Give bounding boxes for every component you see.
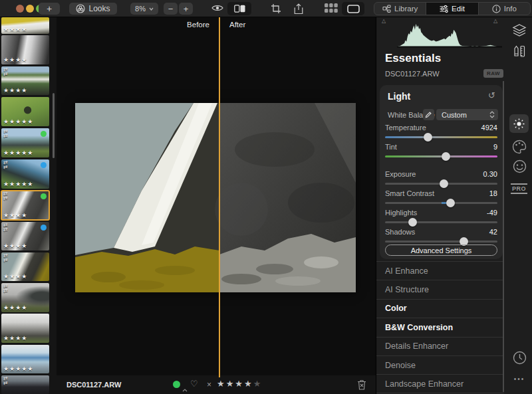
reject-flag-icon[interactable]: ×	[207, 380, 211, 389]
slider-track[interactable]	[385, 202, 497, 204]
tab-edit[interactable]: Edit	[426, 3, 478, 15]
slider-track[interactable]	[385, 183, 497, 185]
photo-compare-view	[75, 103, 356, 292]
white-balance-select[interactable]: Custom	[436, 109, 498, 120]
filmstrip-thumbnail[interactable]: ⇄ ⇄★★★★	[1, 222, 49, 250]
filmstrip-thumbnail[interactable]: ★★★★	[1, 17, 49, 34]
filmstrip-thumbnail[interactable]: ⇄ ⇄★★★★	[1, 66, 49, 95]
slider-exposure: Exposure0.30	[385, 170, 497, 185]
filmstrip-thumbnail[interactable]: ⇄ ⇄★★★★	[1, 283, 49, 312]
thumbnail-star-rating: ★★★★	[3, 56, 27, 63]
tool-label: AI Enhance	[385, 266, 428, 276]
slider-track[interactable]	[385, 155, 497, 157]
color-tool-button[interactable]	[507, 140, 532, 154]
reset-icon[interactable]: ↺	[488, 90, 495, 100]
smiley-icon	[513, 159, 527, 173]
share-button[interactable]	[291, 3, 306, 15]
zoom-out-button[interactable]: −	[164, 3, 178, 15]
slider-track[interactable]	[385, 221, 497, 223]
favorite-heart-icon[interactable]: ♡	[190, 379, 198, 389]
close-window-button[interactable]	[16, 5, 24, 13]
edited-badge-icon: ⇄ ⇄	[3, 129, 8, 138]
filmstrip-thumbnail[interactable]: ⇄ ⇄★★★★	[1, 252, 49, 281]
looks-button[interactable]: Looks	[69, 3, 117, 15]
minimize-window-button[interactable]	[26, 5, 34, 13]
preview-eye-button[interactable]	[210, 3, 225, 13]
filmstrip-thumbnail[interactable]: ★★★★	[1, 35, 49, 64]
compare-view-button[interactable]	[227, 2, 251, 15]
section-title: Essentials	[385, 52, 441, 65]
filmstrip-thumbnail[interactable]: ⇄ ⇄★★★★★	[1, 128, 49, 157]
pen-ruler-icon	[513, 45, 525, 58]
slider-track[interactable]	[385, 241, 497, 243]
zoom-in-button[interactable]: +	[179, 3, 193, 15]
shadow-clipping-indicator[interactable]: △	[382, 18, 386, 24]
filmstrip-thumbnail[interactable]: ★★★★★	[1, 345, 49, 373]
clock-icon	[513, 351, 527, 365]
filmstrip-thumbnail[interactable]: ⇄ ⇄★★★★★	[1, 159, 49, 189]
slider-thumb[interactable]	[424, 133, 432, 142]
advanced-settings-button[interactable]: Advanced Settings	[385, 245, 497, 256]
crop-icon	[271, 3, 281, 14]
edited-badge-icon: ⇄ ⇄	[3, 191, 8, 201]
color-label-dot[interactable]	[173, 381, 180, 388]
edited-badge-icon: ⇄ ⇄	[3, 223, 8, 232]
eye-icon	[211, 3, 223, 13]
single-view-button[interactable]	[342, 2, 364, 15]
compare-divider-handle[interactable]	[219, 17, 220, 377]
rating-star-5[interactable]: ★	[253, 379, 263, 389]
tab-edit-label: Edit	[452, 5, 465, 13]
raw-badge: RAW	[483, 69, 503, 78]
add-button[interactable]: +	[39, 3, 60, 15]
rating-star-4[interactable]: ★	[244, 379, 253, 389]
tool-color[interactable]: Color	[376, 299, 504, 318]
slider-track[interactable]	[385, 136, 497, 138]
layers-button[interactable]	[507, 24, 532, 37]
star-rating[interactable]: ★★★★★	[217, 379, 262, 389]
single-view-icon	[347, 5, 360, 13]
photo-image	[75, 103, 356, 292]
slider-thumb[interactable]	[446, 199, 455, 207]
gallery-view-button[interactable]	[322, 3, 340, 13]
tool-ai-enhance[interactable]: AI Enhance	[376, 261, 504, 280]
trash-button[interactable]	[357, 379, 366, 393]
edit-tools-button[interactable]	[507, 45, 532, 58]
tab-info[interactable]: Info	[479, 3, 530, 15]
slider-thumb[interactable]	[442, 152, 450, 161]
before-label: Before	[163, 21, 209, 29]
filmstrip-thumbnail[interactable]: ⇄ ⇄	[1, 375, 49, 394]
filmstrip-thumbnail[interactable]: ★★★★★	[1, 97, 49, 126]
tools-list: AI EnhanceAI StructureColorB&W Conversio…	[376, 261, 504, 393]
slider-tint: Tint9	[385, 143, 497, 157]
tool-label: Details Enhancer	[385, 342, 448, 351]
light-tool-button[interactable]	[509, 114, 529, 133]
filmstrip-scrollbar[interactable]	[53, 93, 55, 158]
tool-b-w-conversion[interactable]: B&W Conversion	[376, 318, 504, 336]
thumbnail-star-rating: ★★★★★	[3, 118, 33, 125]
slider-thumb[interactable]	[440, 179, 448, 188]
tool-denoise[interactable]: Denoise	[376, 355, 504, 374]
tool-details-enhancer[interactable]: Details Enhancer	[376, 337, 504, 355]
filmstrip-thumbnail[interactable]: ★★★★	[1, 314, 49, 343]
panel-scrollbar[interactable]	[503, 81, 504, 392]
crop-button[interactable]	[269, 3, 283, 14]
history-button[interactable]	[507, 351, 532, 365]
zoom-dropdown[interactable]: 8%	[130, 3, 158, 15]
white-balance-eyedropper-button[interactable]	[423, 109, 434, 120]
more-options-button[interactable]: •••	[507, 375, 532, 383]
rating-star-3[interactable]: ★	[235, 379, 244, 389]
panel-filename: DSC01127.ARW	[385, 70, 440, 78]
rating-star-2[interactable]: ★	[226, 379, 235, 389]
rating-star-1[interactable]: ★	[217, 379, 226, 389]
tool-landscape-enhancer[interactable]: Landscape Enhancer	[376, 374, 504, 393]
slider-thumb[interactable]	[408, 218, 417, 227]
color-label-caret-icon[interactable]	[182, 383, 188, 394]
histogram[interactable]	[397, 21, 502, 48]
trash-icon	[357, 379, 366, 390]
pro-tools-button[interactable]: PRO	[511, 183, 527, 194]
portrait-tool-button[interactable]	[507, 159, 532, 173]
filmstrip-thumbnail-selected[interactable]: ⇄ ⇄★★★★	[1, 191, 49, 220]
tool-ai-structure[interactable]: AI Structure	[376, 280, 504, 298]
tab-library[interactable]: Library	[374, 3, 426, 15]
slider-label: Shadows	[385, 228, 415, 238]
